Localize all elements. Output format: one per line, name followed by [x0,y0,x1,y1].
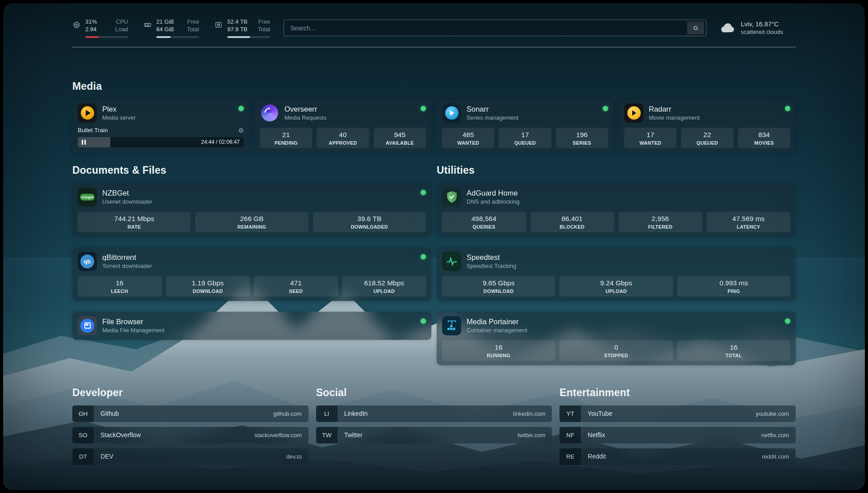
stat-available: 945AVAILABLE [374,128,426,148]
utilities-column: Utilities [437,153,796,365]
bookmark-stackoverflow[interactable]: SO StackOverflow stackoverflow.com [72,427,309,443]
stat-label: STOPPED [561,353,671,358]
stat-label: WANTED [626,140,675,146]
stat-value: 17 [501,131,549,139]
search-input[interactable] [290,25,687,32]
stat-value: 21 [262,131,310,139]
overseerr-card[interactable]: Overseerr Media Requests 21PENDING 40APP… [255,99,431,153]
service-description: Series management [467,114,518,121]
nzbget-card[interactable]: nzbget NZBGet Usenet downloader 744.21 M… [72,183,431,237]
bookmark-url: netflix.com [761,432,789,439]
snow-specks [3,3,4,4]
stat-ping: 0.993 msPING [677,276,790,297]
service-name: Media Portainer [467,318,527,326]
bookmark-abbr: NF [559,427,581,443]
stat-queued: 22QUEUED [681,128,733,148]
stat-value: 945 [376,131,424,139]
stat-value: 471 [256,279,336,287]
dashboard-background: 31%CPU 2.94Load 21 [3,3,865,490]
stat-value: 485 [444,131,492,139]
stat-latency: 47.569 msLATENCY [707,212,791,232]
bookmark-linkedin[interactable]: LI LinkedIn linkedin.com [316,405,552,422]
service-description: Media Requests [284,114,326,121]
bookmark-twitter[interactable]: TW Twitter twitter.com [316,427,552,443]
stat-running: 16RUNNING [442,340,555,361]
bookmark-group-developer: Developer GH Github github.com SO StackO… [72,365,309,470]
cpu-load: 2.94 [85,26,96,33]
stat-label: RATE [79,224,189,230]
gear-icon[interactable]: ⚙ [238,127,244,134]
bookmark-abbr: GH [72,405,94,422]
playback-time: 24:44 / 02:06:47 [201,139,240,145]
stat-approved: 40APPROVED [317,128,369,148]
bookmark-dev[interactable]: DT DEV dev.to [72,448,309,465]
stat-queued: 17QUEUED [499,128,551,148]
stat-label: SEED [256,288,336,294]
screen: 31%CPU 2.94Load 21 [0,0,868,493]
stat-value: 1.19 Gbps [168,279,248,287]
weather-widget[interactable]: Lviv, 16.87°C scattered clouds [720,21,796,36]
status-dot [421,106,426,111]
bookmark-group-entertainment: Entertainment YT YouTube youtube.com NF … [559,365,796,470]
nzbget-icon: nzbget [78,188,97,207]
stat-label: UPLOAD [561,288,671,294]
bookmark-name: DEV [100,453,113,460]
bookmark-abbr: SO [72,427,94,443]
disk-free: 52.4 TB [227,18,247,26]
service-description: Movie management [649,114,700,121]
memory-widget: 21 GiBFree 64 GiBTotal [143,18,199,38]
bookmark-url: reddit.com [762,453,789,460]
stat-value: 744.21 Mbps [79,215,189,223]
portainer-card[interactable]: Media Portainer Container management 16R… [437,312,796,365]
header-divider [72,47,796,47]
memory-progress-bar [156,36,199,38]
adguard-card[interactable]: AdGuard Home DNS and adblocking 498,564Q… [437,183,796,237]
bookmark-github[interactable]: GH Github github.com [72,405,309,422]
bookmark-url: github.com [273,410,302,417]
memory-total-label: Total [187,26,199,33]
stat-value: 618.52 Mbps [344,279,425,287]
service-name: NZBGet [102,189,152,197]
bookmark-youtube[interactable]: YT YouTube youtube.com [559,405,796,422]
stat-label: PING [679,288,789,294]
bookmark-url: linkedin.com [513,410,545,417]
stat-label: BLOCKED [532,224,613,230]
stat-leech: 16LEECH [78,276,162,297]
playback-progress-bar[interactable]: 24:44 / 02:06:47 [78,137,244,147]
stat-stopped: 0STOPPED [559,340,672,361]
stat-value: 2,956 [620,215,701,223]
stat-label: AVAILABLE [376,140,424,146]
bookmark-netflix[interactable]: NF Netflix netflix.com [559,427,796,443]
radarr-card[interactable]: Radarr Movie management 17WANTED 22QUEUE… [619,99,796,153]
service-name: Overseerr [284,105,326,113]
memory-free: 21 GiB [156,18,174,26]
cloud-icon [720,21,736,36]
section-title-utilities: Utilities [437,164,796,176]
stat-value: 40 [318,131,367,139]
service-name: Radarr [649,105,700,113]
stat-label: TOTAL [679,353,789,358]
stat-value: 16 [679,343,789,351]
cpu-widget: 31%CPU 2.94Load [72,18,128,38]
speedtest-icon [442,252,461,271]
qbittorrent-card[interactable]: qb qBittorrent Torrent downloader 16LEEC… [72,247,431,301]
filebrowser-card[interactable]: File Browser Media File Management [72,312,431,340]
stat-wanted: 485WANTED [442,128,494,148]
adguard-icon [442,188,461,207]
cpu-usage: 31% [85,18,97,26]
service-description: Media server [102,114,136,121]
sonarr-card[interactable]: Sonarr Series management 485WANTED 17QUE… [437,99,613,153]
speedtest-card[interactable]: Speedtest Speedtest Tracking 9.65 GbpsDO… [437,247,796,301]
plex-card[interactable]: Plex Media server Bullet Train ⚙ [72,99,249,153]
stat-movies: 834MOVIES [738,128,790,148]
search-engine-button[interactable]: G [687,21,704,34]
radarr-icon [624,104,643,123]
bookmark-url: stackoverflow.com [254,432,301,439]
disk-free-label: Free [258,18,270,26]
pause-icon[interactable] [82,140,86,145]
section-title-documents: Documents & Files [72,164,431,176]
bookmark-reddit[interactable]: RE Reddit reddit.com [559,448,796,465]
memory-icon [143,21,152,38]
stat-label: LATENCY [709,224,789,230]
status-dot [421,190,426,195]
